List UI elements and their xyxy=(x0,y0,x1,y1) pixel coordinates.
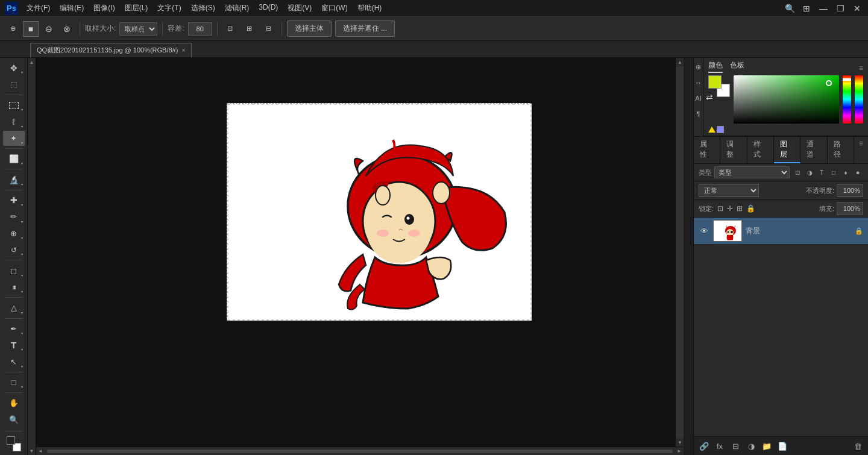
clone-stamp-tool[interactable]: ⊕ ▾ xyxy=(3,226,25,241)
lock-artboard-icon[interactable]: ⊞ xyxy=(737,204,743,213)
filter-smart-icon[interactable]: ♦ xyxy=(840,167,851,178)
add-selection-btn[interactable]: ■ xyxy=(23,21,39,37)
right-tool-1[interactable]: ⊕ xyxy=(694,60,703,74)
tab-channels[interactable]: 通道 xyxy=(800,137,827,163)
scroll-right-button[interactable]: ► xyxy=(675,447,684,456)
intersect-selection-btn[interactable]: ⊗ xyxy=(59,21,75,37)
tolerance-input[interactable]: 80 xyxy=(188,22,212,36)
menu-help[interactable]: 帮助(H) xyxy=(353,1,387,16)
anti-alias-btn[interactable]: ⊡ xyxy=(222,21,238,37)
workspace-button[interactable]: ⊞ xyxy=(798,0,815,17)
hand-tool[interactable]: ✋ xyxy=(3,395,25,410)
lock-position-icon[interactable]: ✛ xyxy=(727,204,733,213)
color-picker-gradient[interactable] xyxy=(734,75,839,124)
menu-select[interactable]: 选择(S) xyxy=(186,1,220,16)
pen-tool[interactable]: ✒ ▾ xyxy=(3,321,25,336)
search-button[interactable]: 🔍 xyxy=(781,0,798,17)
filter-shape-icon[interactable]: □ xyxy=(828,167,839,178)
scroll-left-button[interactable]: ◄ xyxy=(36,447,45,456)
rect-marquee-tool[interactable]: ▾ xyxy=(3,98,25,113)
tab-layers[interactable]: 图层 xyxy=(774,137,800,163)
layer-link-button[interactable]: 🔗 xyxy=(697,439,711,453)
menu-file[interactable]: 文件(F) xyxy=(22,1,55,16)
all-layers-btn[interactable]: ⊟ xyxy=(261,21,277,37)
lock-pixels-icon[interactable]: ⊡ xyxy=(717,204,723,213)
dodge-tool[interactable]: △ ▾ xyxy=(3,300,25,315)
new-selection-btn[interactable]: ⊕ xyxy=(5,21,20,37)
spot-heal-tool[interactable]: ✚ ▾ xyxy=(3,193,25,208)
eraser-tool[interactable]: ◻ ▾ xyxy=(3,263,25,278)
tab-properties[interactable]: 属性 xyxy=(694,137,720,163)
menu-3d[interactable]: 3D(D) xyxy=(254,1,283,16)
text-tool[interactable]: T ▾ xyxy=(3,337,25,353)
tab-close-button[interactable]: × xyxy=(181,47,185,54)
history-brush-tool[interactable]: ↺ ▾ xyxy=(3,242,25,257)
subtract-selection-btn[interactable]: ⊖ xyxy=(41,21,57,37)
swatches-tab[interactable]: 色板 xyxy=(730,60,744,73)
brush-tool[interactable]: ✏ ▾ xyxy=(3,209,25,224)
contiguous-btn[interactable]: ⊞ xyxy=(242,21,257,37)
menu-text[interactable]: 文字(T) xyxy=(153,1,186,16)
menu-edit[interactable]: 编辑(E) xyxy=(55,1,89,16)
delete-layer-button[interactable]: 🗑 xyxy=(851,439,864,453)
quick-select-tool[interactable]: ✦ ▾ xyxy=(3,131,25,146)
layer-visibility-eye[interactable]: 👁 xyxy=(699,225,709,236)
restore-button[interactable]: ❐ xyxy=(832,0,849,17)
right-tool-4[interactable]: ¶ xyxy=(694,107,703,121)
color-tab[interactable]: 颜色 xyxy=(708,60,723,73)
hue-slider[interactable] xyxy=(843,75,851,124)
minimize-button[interactable]: — xyxy=(815,0,832,17)
tab-styles[interactable]: 样式 xyxy=(747,137,774,163)
fill-input[interactable]: 100% xyxy=(837,202,863,215)
canvas-area[interactable] xyxy=(36,58,684,455)
menu-view[interactable]: 视图(V) xyxy=(283,1,316,16)
filter-adjust-icon[interactable]: ◑ xyxy=(804,167,815,178)
tab-adjustments[interactable]: 调整 xyxy=(720,137,747,163)
filter-toggle[interactable]: ● xyxy=(852,167,863,178)
opacity-input[interactable]: 100% xyxy=(837,184,863,197)
layer-mask-button[interactable]: ⊟ xyxy=(729,439,742,453)
menu-layer[interactable]: 图层(L) xyxy=(120,1,153,16)
select-and-mask-button[interactable]: 选择并遮住 ... xyxy=(335,20,395,37)
menu-image[interactable]: 图像(I) xyxy=(89,1,119,16)
h-scroll-track[interactable] xyxy=(47,450,673,453)
tab-paths[interactable]: 路径 xyxy=(828,137,854,163)
scroll-down-left[interactable]: ▼ xyxy=(28,447,36,455)
lock-all-icon[interactable]: 🔒 xyxy=(746,204,755,213)
scroll-track[interactable] xyxy=(676,66,684,438)
new-group-button[interactable]: 📁 xyxy=(760,439,773,453)
eyedropper-tool[interactable]: 🔬 ▾ xyxy=(3,172,25,187)
scroll-down-button[interactable]: ▼ xyxy=(676,438,684,447)
path-select-tool[interactable]: ↖ ▾ xyxy=(3,354,25,369)
new-adjustment-layer-button[interactable]: ◑ xyxy=(744,439,758,453)
ai-label[interactable]: AI xyxy=(694,92,703,105)
lasso-tool[interactable]: ℓ ▾ xyxy=(3,114,25,129)
menu-filter[interactable]: 滤镜(R) xyxy=(220,1,254,16)
blend-mode-select[interactable]: 正常 xyxy=(699,184,759,197)
layer-effects-button[interactable]: fx xyxy=(713,439,726,453)
layer-row-background[interactable]: 👁 背景 xyxy=(694,218,868,245)
color-panel-menu[interactable]: ≡ xyxy=(859,64,863,72)
menu-window[interactable]: 窗口(W) xyxy=(316,1,352,16)
spectrum-strip[interactable] xyxy=(855,75,863,124)
scroll-up-button[interactable]: ▲ xyxy=(676,58,684,66)
vertical-scrollbar[interactable]: ▲ ▼ xyxy=(675,58,684,447)
crop-tool[interactable]: ⬜ ▾ xyxy=(3,151,25,166)
zoom-tool[interactable]: 🔍 xyxy=(3,412,25,427)
gradient-tool[interactable]: ■ ▾ xyxy=(3,280,25,295)
fg-color-box[interactable] xyxy=(708,75,722,89)
right-tool-2[interactable]: ↔ xyxy=(694,76,703,89)
filter-type-icon[interactable]: T xyxy=(816,167,827,178)
artboard-tool[interactable]: ⬚ xyxy=(3,77,25,92)
foreground-bg-color[interactable] xyxy=(3,435,25,453)
document-tab[interactable]: QQ截图20201021151135.jpg @ 100%(RGB/8#) × xyxy=(30,43,192,57)
color-warning[interactable] xyxy=(708,126,863,133)
horizontal-scrollbar[interactable]: ◄ ► xyxy=(36,447,684,455)
sample-size-select[interactable]: 取样点 xyxy=(119,22,157,36)
shape-tool[interactable]: □ ▾ xyxy=(3,375,25,390)
layer-type-select[interactable]: 类型 xyxy=(714,166,790,178)
scroll-up-left[interactable]: ▲ xyxy=(28,58,36,66)
close-button[interactable]: ✕ xyxy=(849,0,866,17)
reset-colors[interactable]: ⇄ xyxy=(706,92,713,102)
new-layer-button[interactable]: 📄 xyxy=(776,439,789,453)
